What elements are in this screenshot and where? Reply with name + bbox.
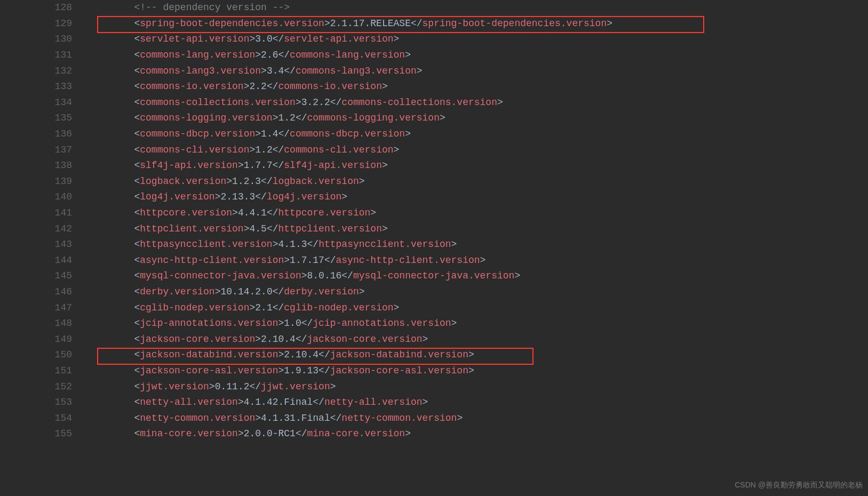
code-content[interactable]: <httpclient.version>4.5</httpclient.vers… [88,221,868,237]
code-line[interactable]: 146 <derby.version>10.14.2.0</derby.vers… [0,284,868,300]
code-line[interactable]: 134 <commons-collections.version>3.2.2</… [0,95,868,111]
angle-bracket: < [134,145,140,155]
code-line[interactable]: 141 <httpcore.version>4.4.1</httpcore.ve… [0,205,868,221]
code-content[interactable]: <netty-all.version>4.1.42.Final</netty-a… [88,395,868,410]
code-content[interactable]: <jcip-annotations.version>1.0</jcip-anno… [88,316,868,331]
code-line[interactable]: 145 <mysql-connector-java.version>8.0.16… [0,268,868,284]
xml-close-tag: netty-all.version [324,397,423,407]
code-line[interactable]: 149 <jackson-core.version>2.10.4</jackso… [0,331,868,347]
angle-bracket: > [244,223,250,234]
angle-bracket: </ [330,413,342,423]
code-line[interactable]: 152 <jjwt.version>0.11.2</jjwt.version> [0,379,868,395]
angle-bracket: </ [318,349,330,360]
xml-close-tag: jackson-core.version [307,334,423,345]
code-content[interactable]: <jackson-databind.version>2.10.4</jackso… [88,347,868,363]
angle-bracket: </ [330,97,342,108]
code-editor[interactable]: 128 <!-- dependency version -->129 <spri… [0,0,868,442]
angle-bracket: < [134,318,140,329]
code-content[interactable]: <servlet-api.version>3.0</servlet-api.ve… [88,31,868,47]
code-content[interactable]: <commons-lang3.version>3.4</commons-lang… [88,63,868,79]
code-content[interactable]: <jackson-core.version>2.10.4</jackson-co… [88,332,868,347]
watermark: CSDN @善良勤劳勇敢而又聪明的老杨 [735,477,863,493]
angle-bracket: > [607,18,612,29]
code-line[interactable]: 143 <httpasyncclient.version>4.1.3</http… [0,237,868,253]
xml-text-value: 2.13.3 [220,191,255,202]
angle-bracket: > [440,113,445,123]
code-content[interactable]: <mysql-connector-java.version>8.0.16</my… [88,268,868,284]
xml-text-value: 8.0.16 [307,270,342,281]
xml-text-value: 1.0 [284,318,301,329]
code-line[interactable]: 150 <jackson-databind.version>2.10.4</ja… [0,347,868,363]
angle-bracket: > [405,50,411,60]
angle-bracket: > [497,97,503,108]
code-content[interactable]: <spring-boot-dependencies.version>2.1.17… [88,16,868,31]
code-line[interactable]: 132 <commons-lang3.version>3.4</commons-… [0,63,868,79]
line-number: 140 [0,189,88,205]
code-line[interactable]: 129 <spring-boot-dependencies.version>2.… [0,16,868,32]
angle-bracket: < [134,50,140,60]
angle-bracket: > [249,302,255,313]
xml-open-tag: commons-cli.version [140,145,249,155]
code-content[interactable]: <httpasyncclient.version>4.1.3</httpasyn… [88,237,868,252]
angle-bracket: > [324,18,330,29]
code-line[interactable]: 138 <slf4j-api.version>1.7.7</slf4j-api.… [0,158,868,174]
line-number: 151 [0,363,88,379]
code-line[interactable]: 135 <commons-logging.version>1.2</common… [0,110,868,126]
code-line[interactable]: 148 <jcip-annotations.version>1.0</jcip-… [0,316,868,332]
angle-bracket: </ [296,113,307,123]
code-content[interactable]: <jackson-core-asl.version>1.9.13</jackso… [88,363,868,379]
angle-bracket: > [417,66,423,76]
line-number: 141 [0,205,88,221]
code-line[interactable]: 136 <commons-dbcp.version>1.4</commons-d… [0,126,868,142]
xml-close-tag: commons-lang.version [290,50,405,60]
code-content[interactable]: <slf4j-api.version>1.7.7</slf4j-api.vers… [88,158,868,173]
code-line[interactable]: 144 <async-http-client.version>1.7.17</a… [0,253,868,269]
code-content[interactable]: <mina-core.version>2.0.0-RC1</mina-core.… [88,426,868,442]
code-content[interactable]: <!-- dependency version --> [88,0,868,15]
code-line[interactable]: 154 <netty-common.version>4.1.31.Final</… [0,410,868,426]
angle-bracket: > [480,255,486,266]
code-line[interactable]: 151 <jackson-core-asl.version>1.9.13</ja… [0,363,868,379]
code-content[interactable]: <commons-lang.version>2.6</commons-lang.… [88,47,868,63]
code-content[interactable]: <derby.version>10.14.2.0</derby.version> [88,284,868,300]
code-line[interactable]: 128 <!-- dependency version --> [0,0,868,16]
angle-bracket: > [423,334,428,345]
code-content[interactable]: <logback.version>1.2.3</logback.version> [88,174,868,189]
code-content[interactable]: <commons-dbcp.version>1.4</commons-dbcp.… [88,126,868,142]
code-line[interactable]: 140 <log4j.version>2.13.3</log4j.version… [0,189,868,205]
code-line[interactable]: 147 <cglib-nodep.version>2.1</cglib-node… [0,300,868,316]
code-line[interactable]: 131 <commons-lang.version>2.6</commons-l… [0,47,868,63]
code-content[interactable]: <commons-cli.version>1.2</commons-cli.ve… [88,142,868,158]
code-line[interactable]: 139 <logback.version>1.2.3</logback.vers… [0,174,868,190]
angle-bracket: </ [273,286,284,297]
angle-bracket: > [394,34,400,44]
angle-bracket: < [134,34,140,44]
xml-close-tag: mina-core.version [307,428,405,439]
code-line[interactable]: 155 <mina-core.version>2.0.0-RC1</mina-c… [0,426,868,442]
code-content[interactable]: <jjwt.version>0.11.2</jjwt.version> [88,379,868,395]
code-content[interactable]: <commons-io.version>2.2</commons-io.vers… [88,79,868,94]
code-content[interactable]: <httpcore.version>4.4.1</httpcore.versio… [88,205,868,221]
code-content[interactable]: <log4j.version>2.13.3</log4j.version> [88,189,868,205]
code-line[interactable]: 153 <netty-all.version>4.1.42.Final</net… [0,395,868,411]
xml-close-tag: commons-dbcp.version [290,129,405,139]
code-content[interactable]: <commons-collections.version>3.2.2</comm… [88,95,868,110]
line-number: 146 [0,284,88,300]
xml-close-tag: derby.version [284,286,359,297]
code-line[interactable]: 142 <httpclient.version>4.5</httpclient.… [0,221,868,237]
code-content[interactable]: <cglib-nodep.version>2.1</cglib-nodep.ve… [88,300,868,316]
code-line[interactable]: 137 <commons-cli.version>1.2</commons-cl… [0,142,868,158]
code-content[interactable]: <netty-common.version>4.1.31.Final</nett… [88,411,868,426]
xml-open-tag: httpclient.version [140,223,243,234]
code-content[interactable]: <async-http-client.version>1.7.17</async… [88,253,868,268]
angle-bracket: </ [261,176,273,187]
xml-close-tag: logback.version [273,176,359,187]
xml-close-tag: commons-logging.version [307,113,440,123]
code-content[interactable]: <commons-logging.version>1.2</commons-lo… [88,110,868,126]
code-line[interactable]: 130 <servlet-api.version>3.0</servlet-ap… [0,31,868,47]
angle-bracket: > [423,397,428,407]
code-line[interactable]: 133 <commons-io.version>2.2</commons-io.… [0,79,868,95]
angle-bracket: > [394,145,400,155]
xml-text-value: 0.11.2 [215,381,250,392]
angle-bracket: < [134,286,140,297]
